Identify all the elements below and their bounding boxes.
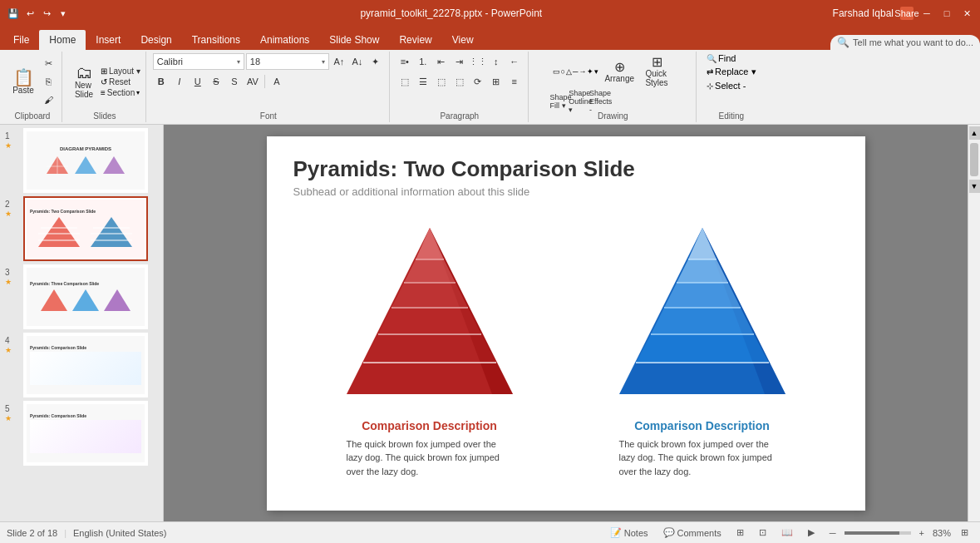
- copy-button[interactable]: ⎘: [40, 73, 57, 90]
- svg-marker-25: [392, 283, 468, 308]
- line-spacing-button[interactable]: ↕: [488, 53, 505, 70]
- strikethrough-button[interactable]: S: [208, 73, 224, 90]
- tab-animations[interactable]: Animations: [250, 30, 319, 50]
- scroll-up-button[interactable]: ▲: [969, 126, 980, 140]
- shape-options-row: Shape Fill ▾ Shape Outline ▾ Shape Effec…: [553, 93, 609, 110]
- shape-tri[interactable]: △: [566, 67, 572, 76]
- tab-file[interactable]: File: [3, 30, 39, 50]
- slide-thumb-3[interactable]: Pyramids: Three Comparison Slide: [23, 264, 148, 329]
- shape-fill-button[interactable]: Shape Fill ▾: [553, 93, 569, 110]
- shape-star[interactable]: ✦: [587, 67, 593, 76]
- zoom-out-button[interactable]: ─: [825, 526, 841, 540]
- shape-oval[interactable]: ○: [561, 67, 565, 76]
- arrange-button[interactable]: ⊕ Arrange: [600, 58, 638, 86]
- shape-effects-button[interactable]: Shape Effects -: [593, 93, 609, 110]
- font-size-select[interactable]: 18 ▾: [246, 53, 329, 70]
- minimize-button[interactable]: ─: [920, 7, 933, 20]
- tab-review[interactable]: Review: [389, 30, 441, 50]
- shape-more[interactable]: ▾: [594, 67, 598, 76]
- increase-font-button[interactable]: A↑: [331, 53, 347, 70]
- undo-icon[interactable]: ↩: [23, 7, 37, 20]
- clear-format-button[interactable]: ✦: [367, 53, 384, 70]
- columns-button[interactable]: ⋮⋮: [470, 53, 486, 70]
- redo-icon[interactable]: ↪: [40, 7, 53, 20]
- text-align-button[interactable]: ≡: [506, 73, 523, 90]
- increase-indent-button[interactable]: ⇥: [451, 53, 468, 70]
- normal-view-button[interactable]: ⊞: [731, 526, 749, 540]
- tab-slideshow[interactable]: Slide Show: [319, 30, 389, 50]
- close-button[interactable]: ✕: [960, 7, 973, 20]
- section-label[interactable]: Section: [107, 88, 135, 97]
- slide-thumb-5[interactable]: Pyramids: Comparison Slide: [23, 401, 148, 466]
- share-button[interactable]: Share: [900, 7, 914, 20]
- svg-marker-26: [378, 308, 481, 334]
- ribbon-group-slides: 🗂 NewSlide ⊞ Layout ▾ ↺ Reset ≡ Section …: [64, 52, 146, 122]
- tab-view[interactable]: View: [442, 30, 484, 50]
- scroll-down-button[interactable]: ▼: [969, 180, 980, 193]
- quick-styles-icon: ⊞: [652, 56, 662, 69]
- customize-icon[interactable]: ▾: [57, 7, 70, 20]
- tell-me-box[interactable]: 🔍 Tell me what you want to do...: [830, 35, 980, 50]
- cut-button[interactable]: ✂: [40, 55, 57, 72]
- shapes-row: ▭ ○ △ ─ → ✦ ▾ ⊕ Arrange ⊞ QuickStyles: [553, 53, 673, 90]
- select-label[interactable]: Select -: [715, 81, 746, 91]
- svg-marker-4: [103, 156, 125, 174]
- new-slide-button[interactable]: 🗂 NewSlide: [69, 62, 99, 101]
- text-dir-button[interactable]: ⊞: [488, 73, 505, 90]
- svg-marker-14: [72, 289, 99, 311]
- ribbon-group-clipboard: 📋 Paste ✂ ⎘ 🖌 Clipboard: [3, 52, 62, 122]
- tab-insert[interactable]: Insert: [86, 30, 131, 50]
- slide-thumb-2[interactable]: Pyramids: Two Comparison Slide: [23, 196, 148, 261]
- align-right-button[interactable]: ⬚: [433, 73, 450, 90]
- shape-arrow[interactable]: →: [579, 67, 586, 76]
- italic-button[interactable]: I: [171, 73, 188, 90]
- bullets-button[interactable]: ≡•: [396, 53, 413, 70]
- smart-art-button[interactable]: ⟳: [470, 73, 486, 90]
- find-label[interactable]: Find: [718, 53, 736, 63]
- paragraph-content: ≡• 1. ⇤ ⇥ ⋮⋮ ↕ ← ⬚ ☰ ⬚ ⬚ ⟳ ⊞ ≡: [396, 53, 523, 110]
- replace-label[interactable]: Replace ▾: [715, 67, 756, 77]
- right-scrollbar: ▲ ▼: [968, 125, 980, 521]
- shadow-button[interactable]: S: [226, 73, 243, 90]
- align-left-button[interactable]: ⬚: [396, 73, 413, 90]
- slide-sorter-button[interactable]: ⊡: [754, 526, 771, 540]
- layout-label[interactable]: Layout ▾: [109, 67, 140, 76]
- paste-button[interactable]: 📋 Paste: [8, 67, 38, 97]
- slide-thumb-wrapper-2: 2 ★ Pyramids: Two Comparison Slide: [3, 196, 160, 261]
- zoom-in-button[interactable]: +: [914, 526, 929, 540]
- tab-home[interactable]: Home: [39, 30, 86, 50]
- font-color-button[interactable]: A: [268, 73, 285, 90]
- shape-outline-button[interactable]: Shape Outline ▾: [573, 93, 589, 110]
- rtl-button[interactable]: ←: [506, 53, 523, 70]
- align-center-button[interactable]: ☰: [415, 73, 431, 90]
- decrease-indent-button[interactable]: ⇤: [433, 53, 450, 70]
- format-painter-button[interactable]: 🖌: [40, 91, 57, 108]
- scroll-thumb[interactable]: [970, 143, 978, 176]
- slideshow-button[interactable]: ▶: [803, 526, 820, 540]
- editing-label: Editing: [719, 110, 745, 121]
- notes-button[interactable]: 📝 Notes: [605, 526, 653, 540]
- shape-line[interactable]: ─: [573, 67, 578, 76]
- bold-button[interactable]: B: [153, 73, 170, 90]
- quick-styles-button[interactable]: ⊞ QuickStyles: [640, 53, 673, 90]
- slide-thumb-1[interactable]: DIAGRAM PYRAMIDS: [23, 128, 148, 193]
- char-spacing-button[interactable]: AV: [244, 73, 261, 90]
- underline-button[interactable]: U: [190, 73, 206, 90]
- font-name-select[interactable]: Calibri ▾: [153, 53, 244, 70]
- font-separator: [264, 75, 265, 88]
- shape-rect[interactable]: ▭: [553, 67, 560, 76]
- decrease-font-button[interactable]: A↓: [349, 53, 366, 70]
- font-content: Calibri ▾ 18 ▾ A↑ A↓ ✦ B I U S S AV A: [153, 53, 384, 110]
- save-icon[interactable]: 💾: [7, 7, 20, 20]
- numbering-button[interactable]: 1.: [415, 53, 431, 70]
- maximize-button[interactable]: □: [940, 7, 953, 20]
- tab-design[interactable]: Design: [131, 30, 181, 50]
- comments-button[interactable]: 💬 Comments: [658, 526, 726, 540]
- reset-label[interactable]: Reset: [109, 77, 131, 86]
- justify-button[interactable]: ⬚: [451, 73, 468, 90]
- tab-transitions[interactable]: Transitions: [182, 30, 250, 50]
- reading-view-button[interactable]: 📖: [776, 526, 798, 540]
- zoom-slider[interactable]: [845, 531, 911, 535]
- slide-thumb-4[interactable]: Pyramids: Comparison Slide: [23, 333, 148, 397]
- fit-slide-button[interactable]: ⊞: [956, 526, 973, 540]
